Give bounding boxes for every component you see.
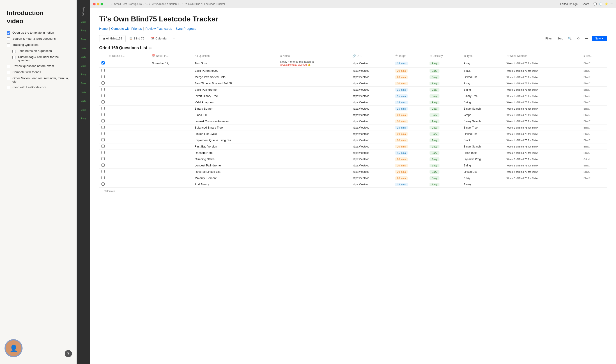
row-checkbox-20[interactable] (102, 182, 105, 186)
question-cell[interactable]: Linked List Cycle (192, 131, 278, 137)
url-cell[interactable]: https://leetcod (350, 74, 393, 80)
minimize-dot[interactable] (97, 3, 99, 5)
question-cell[interactable]: First Bad Version (192, 143, 278, 150)
row-checkbox-13[interactable] (102, 138, 105, 141)
checklist-checkbox-6[interactable] (7, 65, 10, 68)
col-header-type[interactable]: ⊙ Type (462, 53, 504, 59)
sort-button[interactable]: Sort (556, 36, 565, 41)
url-cell[interactable]: https://leetcod (350, 80, 393, 87)
url-cell[interactable]: https://leetcod (350, 156, 393, 162)
search-button[interactable]: 🔍 (566, 36, 573, 41)
col-header-target[interactable]: ⏱ Target (393, 53, 427, 59)
col-header-date[interactable]: 📅 Date Fin... (150, 53, 192, 59)
nav-back[interactable]: ← (105, 2, 108, 6)
url-cell[interactable]: https://leetcod (350, 150, 393, 156)
more-icon[interactable]: ••• (610, 2, 613, 6)
row-checkbox-5[interactable] (102, 88, 105, 91)
row-checkbox-9[interactable] (102, 113, 105, 116)
row-checkbox-1[interactable] (102, 61, 105, 65)
url-cell[interactable]: https://leetcod (350, 125, 393, 131)
sync-button[interactable]: ⟲ (575, 36, 581, 41)
nav-sync[interactable]: Sync Progress (176, 27, 196, 30)
nav-home[interactable]: Home (99, 27, 108, 30)
row-checkbox-2[interactable] (102, 69, 105, 72)
clock-icon[interactable]: 🕐 (599, 2, 603, 6)
checklist-checkbox-9[interactable] (7, 86, 10, 89)
question-cell[interactable]: Merge Two Sorted Lists (192, 74, 278, 80)
question-cell[interactable]: Longest Palindrome (192, 162, 278, 169)
share-button[interactable]: Share (580, 1, 591, 7)
col-header-url[interactable]: 🔗 URL (350, 53, 393, 59)
url-cell[interactable]: https://leetcod (350, 181, 393, 188)
question-cell[interactable]: Add Binary (192, 181, 278, 188)
calculate-button[interactable]: Calculate (103, 189, 116, 193)
row-checkbox-8[interactable] (102, 107, 105, 110)
checklist-checkbox-3[interactable] (7, 43, 10, 47)
comment-icon[interactable]: 💬 (593, 2, 597, 6)
url-cell[interactable]: https://leetcod (350, 112, 393, 118)
question-cell[interactable]: Ransom Note (192, 150, 278, 156)
checklist-checkbox-8[interactable] (7, 77, 10, 80)
question-cell[interactable]: Flood Fill (192, 112, 278, 118)
nav-forward[interactable]: → (110, 2, 112, 6)
checklist-checkbox-7[interactable] (7, 71, 10, 74)
url-cell[interactable]: https://leetcod (350, 143, 393, 150)
add-tab-button[interactable]: + (171, 35, 177, 42)
help-button[interactable]: ? (65, 350, 72, 357)
col-header-round[interactable]: ⊙ Round 1... (107, 53, 150, 59)
section-options-icon[interactable]: ••• (149, 46, 153, 50)
url-cell[interactable]: https://leetcod (350, 175, 393, 181)
url-cell[interactable]: https://leetcod (350, 131, 393, 137)
row-checkbox-3[interactable] (102, 75, 105, 78)
url-cell[interactable]: https://leetcod (350, 169, 393, 175)
url-cell[interactable]: https://leetcod (350, 93, 393, 99)
question-cell[interactable]: Lowest Common Ancestor o (192, 118, 278, 125)
question-cell[interactable]: Balanced Binary Tree (192, 125, 278, 131)
checklist-checkbox-2[interactable] (7, 38, 10, 41)
row-checkbox-11[interactable] (102, 126, 105, 129)
col-header-list[interactable]: ≡ List... (581, 53, 607, 59)
row-checkbox-14[interactable] (102, 144, 105, 148)
checklist-checkbox-4[interactable] (13, 50, 16, 53)
tab-all-grind169[interactable]: ⊞ All Grind169 (99, 35, 126, 42)
col-header-difficulty[interactable]: ⊙ Difficulty (427, 53, 462, 59)
question-cell[interactable]: Valid Palindrome (192, 87, 278, 93)
nav-compete[interactable]: Compete with Friends (111, 27, 142, 30)
url-cell[interactable]: https://leetcod (350, 118, 393, 125)
row-checkbox-12[interactable] (102, 132, 105, 135)
url-cell[interactable]: https://leetcod (350, 105, 393, 112)
col-header-question[interactable]: Aa Question (192, 53, 278, 59)
url-cell[interactable]: https://leetcod (350, 87, 393, 93)
checklist-checkbox-1[interactable] (7, 31, 10, 35)
tab-blind75[interactable]: 📋 Blind 75 (126, 35, 147, 41)
col-header-notes[interactable]: ≡ Notes (278, 53, 350, 59)
row-checkbox-10[interactable] (102, 119, 105, 122)
row-checkbox-17[interactable] (102, 164, 105, 167)
tab-calendar[interactable]: 📅 Calendar (148, 35, 171, 41)
table-wrapper[interactable]: ⊙ Round 1... 📅 Date Fin... Aa Question ≡… (99, 53, 607, 188)
row-checkbox-6[interactable] (102, 94, 105, 97)
row-checkbox-4[interactable] (102, 81, 105, 85)
question-cell[interactable]: Implement Queue using Sta (192, 137, 278, 143)
row-checkbox-7[interactable] (102, 100, 105, 104)
close-dot[interactable] (93, 3, 96, 5)
row-checkbox-16[interactable] (102, 157, 105, 160)
question-cell[interactable]: Reverse Linked List (192, 169, 278, 175)
question-cell[interactable]: Best Time to Buy and Sell St (192, 80, 278, 87)
new-button[interactable]: New ▼ (592, 36, 607, 41)
row-checkbox-19[interactable] (102, 176, 105, 179)
url-cell[interactable]: https://leetcod (350, 162, 393, 169)
filter-button[interactable]: Filter (544, 36, 554, 41)
star-icon[interactable]: ⭐ (605, 2, 608, 6)
question-cell[interactable]: Valid Anagram (192, 99, 278, 105)
question-cell[interactable]: Climbing Stairs (192, 156, 278, 162)
url-cell[interactable]: https://leetcod (350, 68, 393, 74)
question-cell[interactable]: Valid Parentheses (192, 68, 278, 74)
row-checkbox-15[interactable] (102, 151, 105, 154)
nav-review[interactable]: Review Flashcards (145, 27, 172, 30)
url-cell[interactable]: https://leetcod (350, 59, 393, 68)
question-cell[interactable]: Invert Binary Tree (192, 93, 278, 99)
row-checkbox-18[interactable] (102, 170, 105, 173)
checklist-checkbox-5[interactable] (13, 56, 16, 59)
url-cell[interactable]: https://leetcod (350, 137, 393, 143)
